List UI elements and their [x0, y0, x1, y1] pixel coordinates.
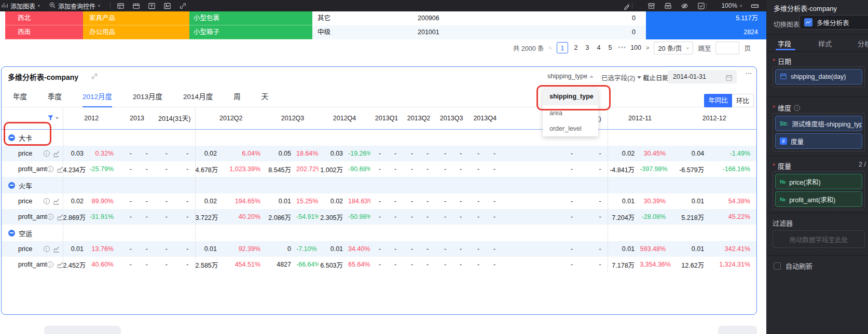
- date-field-dropzone[interactable]: shipping_date(day): [773, 66, 865, 87]
- field-dropdown: shipping_typeareaorder_level: [543, 88, 598, 136]
- tab-2012月度[interactable]: 2012月度: [82, 88, 112, 107]
- eye-off-icon[interactable]: [680, 2, 688, 10]
- measure-pill[interactable]: № price(求和): [775, 174, 862, 189]
- dropdown-item[interactable]: area: [543, 105, 598, 121]
- trend-chart-icon[interactable]: [57, 214, 63, 220]
- cell-value: -: [435, 241, 451, 257]
- deadline-date-picker[interactable]: 2014-01-31: [668, 70, 737, 84]
- mini-cell: 中级: [312, 25, 410, 39]
- group-name: 火车: [19, 180, 32, 190]
- zoom-level-control[interactable]: 100% ∨: [721, 2, 742, 9]
- collapse-icon[interactable]: [8, 134, 15, 141]
- tab-周[interactable]: 周: [233, 88, 241, 107]
- selected-fields-control[interactable]: 已选字段(2): [601, 73, 641, 82]
- collapse-icon[interactable]: [8, 230, 15, 236]
- filter-funnel-button[interactable]: [47, 115, 59, 121]
- mini-cell: 2824: [646, 25, 766, 39]
- cell-pct: -: [451, 241, 468, 257]
- page-button[interactable]: 1: [557, 42, 568, 53]
- info-icon[interactable]: i: [44, 246, 50, 252]
- info-icon[interactable]: i: [44, 150, 50, 157]
- page-button[interactable]: 4: [595, 42, 602, 53]
- tab-2013月度[interactable]: 2013月度: [133, 88, 162, 107]
- measure-dropzone[interactable]: № price(求和) № profit_amt(求和): [773, 171, 865, 210]
- trend-chart-icon[interactable]: [53, 246, 60, 253]
- checklist-icon[interactable]: [697, 2, 705, 10]
- info-icon[interactable]: i: [47, 261, 53, 268]
- archive-icon[interactable]: [647, 2, 655, 10]
- tab-2014月度[interactable]: 2014月度: [183, 88, 213, 107]
- field-selector-control[interactable]: shipping_type: [547, 73, 594, 80]
- date-field-pill[interactable]: shipping_date(day): [775, 69, 862, 85]
- magic-pen-icon[interactable]: [623, 2, 631, 10]
- required-asterisk: *: [773, 57, 775, 65]
- dropdown-item[interactable]: order_level: [543, 121, 598, 136]
- tab-年度[interactable]: 年度: [13, 88, 27, 107]
- info-icon[interactable]: i: [47, 166, 53, 172]
- next-page-button[interactable]: >: [646, 45, 649, 51]
- measure-pill[interactable]: № profit_amt(求和): [775, 191, 862, 207]
- collapse-icon[interactable]: [8, 182, 15, 189]
- add-chart-button[interactable]: 添加图表 ∨: [1, 2, 40, 10]
- dimension-pill[interactable]: Str. 测试维度组-shipping_type: [775, 116, 862, 131]
- auto-refresh-checkbox[interactable]: [774, 262, 781, 270]
- yoy-toggle-button[interactable]: 年同比: [704, 94, 732, 107]
- cell-value: -: [468, 161, 485, 177]
- cell-pct: -: [173, 241, 195, 257]
- group-empty-cell: [319, 177, 370, 193]
- tab-季度[interactable]: 季度: [48, 88, 62, 107]
- cell-pct: 30.39%: [640, 193, 672, 209]
- cell-value: -: [502, 161, 578, 177]
- chart-type-selector[interactable]: 多维分析表: [800, 15, 868, 30]
- mom-toggle-button[interactable]: 环比: [732, 94, 754, 107]
- page-button[interactable]: 3: [584, 42, 591, 53]
- cell-value: 0: [267, 241, 296, 257]
- image-icon[interactable]: [163, 2, 172, 10]
- cell-value: 0.01: [672, 241, 709, 257]
- trend-chart-icon[interactable]: [57, 166, 63, 173]
- cell-pct: -: [418, 146, 435, 161]
- granularity-tabs-row: 年度季度2012月度2013月度2014月度周天 年同比 环比: [2, 88, 756, 107]
- edit-link-icon[interactable]: [91, 73, 98, 82]
- dropdown-item[interactable]: shipping_type: [543, 88, 598, 105]
- tab-style[interactable]: 样式: [818, 38, 832, 48]
- trend-chart-icon[interactable]: [57, 261, 63, 268]
- add-query-control-button[interactable]: 添加查询控件 ∨: [49, 2, 101, 10]
- page-button[interactable]: 100: [630, 42, 641, 53]
- cell-value: -: [154, 146, 173, 161]
- page-button[interactable]: 2: [572, 42, 580, 53]
- mini-cell: 办公用品: [83, 25, 189, 39]
- tab-analysis[interactable]: 分析: [858, 38, 868, 48]
- info-icon[interactable]: i: [44, 198, 50, 204]
- text-icon[interactable]: [148, 2, 156, 10]
- page-button[interactable]: 5: [607, 42, 614, 53]
- group-name: 空运: [19, 228, 32, 238]
- bar-chart-icon: [1, 2, 8, 10]
- cell-value: 3.722万: [195, 209, 222, 225]
- jump-page-input[interactable]: [715, 41, 739, 54]
- cell-pct: -: [578, 161, 608, 177]
- cell-pct: 3,354.36%: [640, 257, 672, 272]
- tab-天[interactable]: 天: [261, 88, 269, 107]
- dimension-dropzone[interactable]: Str. 测试维度组-shipping_type # 度量: [773, 113, 865, 151]
- link-icon[interactable]: [179, 2, 187, 10]
- page-size-select[interactable]: 20 条/页 ∨: [654, 41, 693, 54]
- cell-value: -: [154, 241, 173, 257]
- cell-pct: 1,324.31%: [709, 257, 756, 272]
- layout-edit-icon[interactable]: [117, 2, 125, 10]
- export-icon[interactable]: [664, 2, 672, 10]
- trend-chart-icon[interactable]: [53, 198, 60, 205]
- cell-pct: -: [137, 193, 154, 209]
- auto-refresh-row: 自动刷新: [774, 261, 812, 271]
- tab-fields[interactable]: 字段: [778, 38, 791, 48]
- ruler-icon[interactable]: [751, 2, 759, 10]
- measure-label: price: [18, 198, 32, 205]
- filter-dropzone[interactable]: 拖动数据字段至此处: [773, 230, 865, 248]
- window-tabs-icon[interactable]: [132, 2, 141, 10]
- trend-chart-icon[interactable]: [53, 150, 60, 157]
- more-options-icon[interactable]: ⋮: [746, 70, 751, 77]
- info-icon[interactable]: i: [47, 214, 53, 220]
- date-section-title: 日期: [778, 56, 791, 66]
- prev-page-button[interactable]: <: [549, 45, 552, 51]
- dimension-pill[interactable]: # 度量: [775, 133, 862, 149]
